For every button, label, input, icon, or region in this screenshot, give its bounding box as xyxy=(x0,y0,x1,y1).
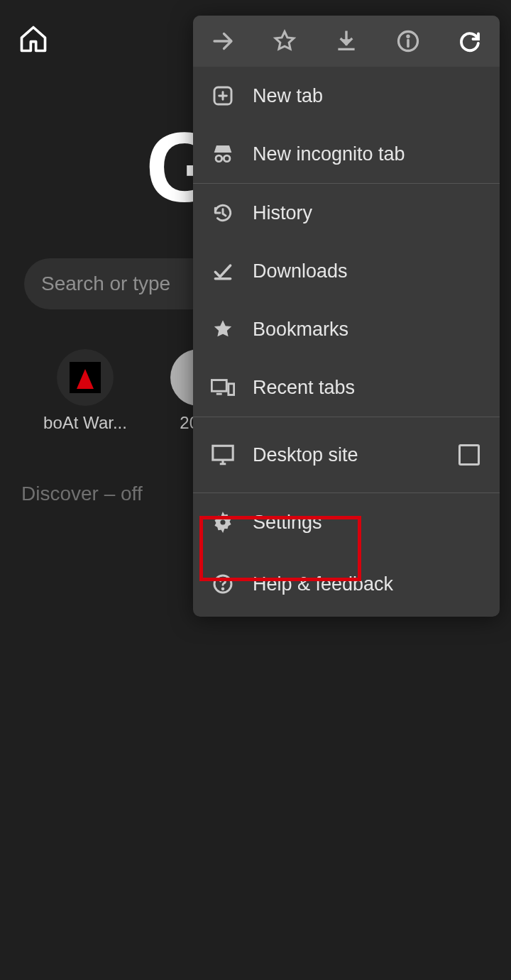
menu-item-bookmarks[interactable]: Bookmarks xyxy=(193,300,500,358)
tile-label: boAt War... xyxy=(28,413,142,433)
menu-item-settings[interactable]: Settings xyxy=(193,493,500,551)
menu-item-history[interactable]: History xyxy=(193,184,500,242)
menu-label: Recent tabs xyxy=(253,377,355,399)
menu-item-downloads[interactable]: Downloads xyxy=(193,242,500,300)
svg-rect-8 xyxy=(213,446,233,460)
svg-rect-7 xyxy=(229,384,234,395)
menu-label: New tab xyxy=(253,85,323,107)
boat-icon xyxy=(70,362,101,393)
new-tab-icon xyxy=(210,83,236,109)
discover-status: Discover – off xyxy=(21,483,143,505)
svg-point-5 xyxy=(224,155,230,162)
menu-item-help[interactable]: Help & feedback xyxy=(193,551,500,617)
incognito-icon xyxy=(210,141,236,167)
menu-label: Downloads xyxy=(253,260,348,282)
gear-icon xyxy=(210,510,236,535)
menu-label: Bookmarks xyxy=(253,319,348,341)
download-icon[interactable] xyxy=(331,26,362,57)
reload-icon[interactable] xyxy=(454,26,485,57)
desktop-site-checkbox[interactable] xyxy=(458,444,480,466)
history-icon xyxy=(210,200,236,226)
svg-point-12 xyxy=(221,588,224,590)
quick-tile-boat[interactable]: boAt War... xyxy=(28,349,142,433)
menu-item-new-incognito[interactable]: New incognito tab xyxy=(193,125,500,183)
help-icon xyxy=(210,571,236,597)
search-placeholder: Search or type xyxy=(41,272,170,295)
star-icon[interactable] xyxy=(269,26,300,57)
svg-point-2 xyxy=(407,35,410,38)
bookmarks-star-icon xyxy=(210,316,236,342)
forward-icon[interactable] xyxy=(207,26,238,57)
menu-label: History xyxy=(253,202,312,224)
menu-label: Desktop site xyxy=(253,444,358,466)
home-icon[interactable] xyxy=(18,23,49,57)
info-icon[interactable] xyxy=(392,26,424,57)
recent-tabs-icon xyxy=(210,375,236,400)
downloads-check-icon xyxy=(210,258,236,284)
menu-item-recent-tabs[interactable]: Recent tabs xyxy=(193,358,500,417)
menu-label: Help & feedback xyxy=(253,573,393,595)
svg-rect-6 xyxy=(211,380,226,392)
svg-point-4 xyxy=(216,155,222,162)
menu-label: New incognito tab xyxy=(253,143,405,165)
desktop-icon xyxy=(210,442,236,468)
menu-label: Settings xyxy=(253,512,322,534)
menu-item-new-tab[interactable]: New tab xyxy=(193,67,500,125)
chrome-overflow-menu: New tab New incognito tab History Downlo… xyxy=(193,16,500,617)
menu-iconbar xyxy=(193,16,500,67)
menu-item-desktop-site[interactable]: Desktop site xyxy=(193,417,500,492)
svg-point-10 xyxy=(220,519,226,526)
